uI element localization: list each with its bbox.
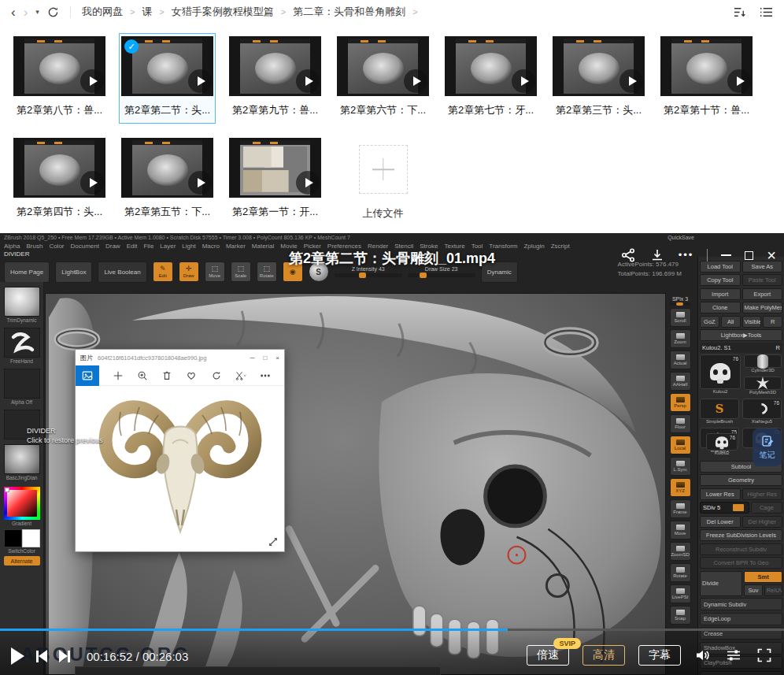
brush-slot[interactable]: FreeHand xyxy=(4,328,40,364)
strip-button-aahalf[interactable]: AAHalf xyxy=(670,372,691,391)
download-icon[interactable] xyxy=(649,247,665,263)
reluv-button[interactable]: RelUV xyxy=(764,584,782,596)
list-view-icon[interactable] xyxy=(760,6,773,18)
photo-close-icon[interactable]: × xyxy=(276,354,279,362)
material-sphere-button[interactable]: S xyxy=(309,261,329,282)
strip-button-actual[interactable]: Actual xyxy=(670,350,691,369)
photo-minimize-icon[interactable]: ─ xyxy=(250,354,255,362)
more-icon[interactable] xyxy=(260,370,271,381)
play-icon[interactable] xyxy=(404,69,427,93)
file-card[interactable]: 第2章第八节：兽... xyxy=(11,33,108,124)
tool-thumb-cylinder3d[interactable]: Cylinder3D xyxy=(744,354,782,373)
home-page-button[interactable]: Home Page xyxy=(4,261,50,283)
volume-icon[interactable] xyxy=(694,647,712,664)
tool-thumb-kulou2[interactable]: 76Kulou2 xyxy=(700,354,741,394)
tool-button-lightbox-tools[interactable]: Lightbox▶Tools xyxy=(700,329,782,341)
tool-thumb-polymesh3d[interactable]: PolyMesh3D xyxy=(744,376,782,395)
strip-button-local[interactable]: Local xyxy=(670,436,691,454)
minimize-button[interactable] xyxy=(721,254,731,256)
add-icon[interactable] xyxy=(113,370,124,381)
zbrush-menu-item[interactable]: Edit xyxy=(127,243,138,250)
file-card[interactable]: 第2章第一节：开... xyxy=(227,135,324,225)
file-card[interactable]: 第2章第五节：下... xyxy=(119,135,216,225)
video-thumbnail[interactable] xyxy=(660,36,753,96)
selected-check-icon[interactable]: ✓ xyxy=(124,39,139,54)
zbrush-menu-item[interactable]: Texture xyxy=(444,243,464,250)
tool-button-cage[interactable]: Cage xyxy=(751,502,782,514)
tool-button-goz[interactable]: GoZ xyxy=(700,316,719,328)
spix-slider[interactable]: SPix 3 xyxy=(670,296,690,306)
zbrush-menu-item[interactable]: Marker xyxy=(226,243,246,250)
tool-button-del-lower[interactable]: Del Lower xyxy=(700,516,741,528)
zbrush-menu-item[interactable]: Layer xyxy=(160,243,176,250)
tool-button-reconstruct-subdiv[interactable]: Reconstruct Subdiv xyxy=(700,543,782,555)
video-thumbnail[interactable]: ✓ xyxy=(121,36,213,96)
zbrush-menu-item[interactable]: Color xyxy=(49,243,64,250)
close-button[interactable]: × xyxy=(767,250,776,261)
zbrush-menu-item[interactable]: Material xyxy=(252,243,274,250)
zbrush-menu-item[interactable]: Macro xyxy=(202,243,220,250)
delete-icon[interactable] xyxy=(161,370,172,381)
zbrush-menu-item[interactable]: Preferences xyxy=(327,243,361,250)
strip-button-scroll[interactable]: Scroll xyxy=(670,308,691,327)
play-icon[interactable] xyxy=(80,171,104,195)
tool-button-make-polymesh3d[interactable]: Make PolyMesh3D xyxy=(742,302,783,313)
photo-viewer-window[interactable]: 图片 604f216f61041dfcc9378018048ae990.jpg … xyxy=(75,349,285,552)
tool-button-higher-res[interactable]: Higher Res xyxy=(742,488,783,500)
video-thumbnail[interactable] xyxy=(13,36,105,96)
sort-icon[interactable] xyxy=(734,6,747,18)
zbrush-menu-item[interactable]: Zscript xyxy=(551,243,570,250)
zbrush-menu-item[interactable]: Movie xyxy=(280,243,297,250)
play-icon[interactable] xyxy=(296,69,320,93)
dynamic-button[interactable]: Dynamic xyxy=(481,261,518,283)
tool-button-freeze-subdivision-levels[interactable]: Freeze SubDivision Levels xyxy=(700,529,782,541)
tool-button-all[interactable]: All xyxy=(721,316,741,328)
file-card[interactable]: 第2章第七节：牙... xyxy=(442,33,539,124)
zbrush-menu-item[interactable]: Stencil xyxy=(394,243,413,250)
strip-button-lsym[interactable]: L.Sym xyxy=(670,457,691,476)
next-button[interactable] xyxy=(59,650,70,662)
favorite-icon[interactable] xyxy=(186,370,197,381)
file-card[interactable]: 第2章第三节：头... xyxy=(550,33,647,124)
breadcrumb-item[interactable]: 第二章：头骨和兽角雕刻 xyxy=(293,5,405,19)
play-icon[interactable] xyxy=(188,171,212,195)
live-boolean-button[interactable]: Live Boolean xyxy=(98,261,146,283)
subtitle-button[interactable]: 字幕 xyxy=(638,645,681,666)
file-card[interactable]: 第2章第六节：下... xyxy=(335,33,431,124)
play-icon[interactable] xyxy=(512,69,535,93)
photo-maximize-icon[interactable]: □ xyxy=(263,354,267,362)
strip-button-xyz[interactable]: XYZ xyxy=(670,478,691,497)
lightbox-button[interactable]: LightBox xyxy=(55,261,92,283)
tool-button-import[interactable]: Import xyxy=(700,288,741,300)
zbrush-menu-item[interactable]: Transform xyxy=(489,243,517,250)
sdiv-slider[interactable]: SDiv 5 xyxy=(700,502,749,514)
move-button[interactable]: ⬚Move xyxy=(205,261,225,282)
crop-icon[interactable] xyxy=(235,370,246,381)
play-icon[interactable] xyxy=(619,69,643,93)
zbrush-menu-item[interactable]: Zplugin xyxy=(523,243,544,250)
edit-button[interactable]: ✎Edit xyxy=(153,261,173,282)
zbrush-menu-item[interactable]: Alpha xyxy=(4,243,20,250)
brush-mode-button[interactable]: ◉ xyxy=(283,261,303,282)
rotate-icon[interactable] xyxy=(211,370,222,381)
video-thumbnail[interactable] xyxy=(445,36,537,96)
tool-thumb-simplebrush[interactable]: SSimpleBrush xyxy=(700,399,739,424)
play-icon[interactable] xyxy=(727,69,751,93)
forward-icon[interactable]: › xyxy=(24,6,28,19)
breadcrumb-item[interactable]: 课 xyxy=(142,5,152,19)
refresh-icon[interactable] xyxy=(47,6,59,18)
file-card[interactable]: 第2章第四节：头... xyxy=(11,135,108,225)
strip-button-persp[interactable]: Persp xyxy=(670,393,691,412)
strip-button-livepsi[interactable]: LivePSI xyxy=(670,584,691,603)
tool-button-lower-res[interactable]: Lower Res xyxy=(700,488,741,500)
expand-icon[interactable] xyxy=(268,537,278,547)
file-card[interactable]: 第2章第十节：兽... xyxy=(658,33,755,124)
alternate-button[interactable]: Alternate xyxy=(4,556,40,566)
brush-slot[interactable]: BascJingDian xyxy=(4,444,40,480)
strip-button-zoomsd[interactable]: ZoomSD xyxy=(670,542,691,561)
video-thumbnail[interactable] xyxy=(553,36,645,96)
tool-button-export[interactable]: Export xyxy=(742,288,783,300)
tool-button-paste-tool[interactable]: Paste Tool xyxy=(742,274,783,286)
zbrush-menu-item[interactable]: Stroke xyxy=(420,243,438,250)
brush-slot[interactable]: Alpha Off xyxy=(4,369,40,405)
